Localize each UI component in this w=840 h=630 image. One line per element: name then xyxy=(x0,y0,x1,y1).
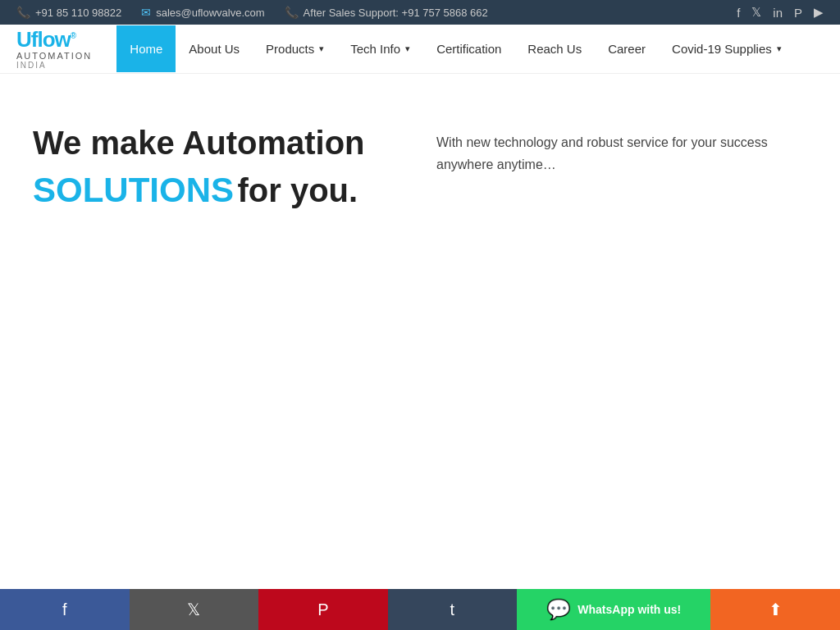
nav-certification[interactable]: Certification xyxy=(423,25,514,72)
phone-number: +91 85 110 98822 xyxy=(35,7,121,19)
covid-dropdown-icon: ▾ xyxy=(777,43,782,54)
phone-icon: 📞 xyxy=(16,6,30,19)
nav-home-label: Home xyxy=(130,42,162,56)
logo-sub1: Automation xyxy=(16,51,92,61)
nav-products-label: Products xyxy=(266,42,314,56)
nav-reach-us[interactable]: Reach Us xyxy=(514,25,595,72)
top-bar-contacts: 📞 +91 85 110 98822 ✉ sales@uflowvalve.co… xyxy=(16,6,488,19)
support-text: After Sales Support: +91 757 5868 662 xyxy=(304,7,488,19)
logo-trademark: ® xyxy=(71,31,75,40)
hero-title: We make Automation xyxy=(33,123,404,162)
hero-line1: We make Automation xyxy=(33,125,365,161)
nav-tech-label: Tech Info xyxy=(350,42,400,56)
hero-for-text: for you. xyxy=(237,172,358,208)
email-item: ✉ sales@uflowvalve.com xyxy=(141,6,264,19)
nav-home[interactable]: Home xyxy=(116,25,176,72)
support-item: 📞 After Sales Support: +91 757 5868 662 xyxy=(285,6,488,19)
products-dropdown-icon: ▾ xyxy=(319,43,324,54)
nav-tech-info[interactable]: Tech Info ▾ xyxy=(337,25,423,72)
nav-cert-label: Certification xyxy=(436,42,501,56)
email-icon: ✉ xyxy=(141,6,151,19)
nav-reach-label: Reach Us xyxy=(527,42,582,56)
logo-brand: Uflow® xyxy=(16,28,92,52)
social-icons: f 𝕏 in P ▶ xyxy=(737,5,824,20)
hero-description: With new technology and robust service f… xyxy=(436,131,781,176)
nav-career[interactable]: Career xyxy=(595,25,659,72)
top-bar: 📞 +91 85 110 98822 ✉ sales@uflowvalve.co… xyxy=(0,0,840,25)
hero-section: We make Automation SOLUTIONS for you. Wi… xyxy=(0,74,840,243)
header: Uflow® Automation INDIA Home About Us Pr… xyxy=(0,25,840,74)
support-icon: 📞 xyxy=(285,6,299,19)
email-address: sales@uflowvalve.com xyxy=(156,7,264,19)
social-youtube-icon[interactable]: ▶ xyxy=(814,5,824,20)
nav-about-label: About Us xyxy=(189,42,240,56)
nav-covid-label: Covid-19 Supplies xyxy=(672,42,772,56)
nav-products[interactable]: Products ▾ xyxy=(253,25,337,72)
logo[interactable]: Uflow® Automation INDIA xyxy=(16,28,92,71)
social-twitter-icon[interactable]: 𝕏 xyxy=(751,5,761,20)
tech-dropdown-icon: ▾ xyxy=(405,43,410,54)
phone-item: 📞 +91 85 110 98822 xyxy=(16,6,121,19)
hero-solutions: SOLUTIONS xyxy=(33,171,234,209)
hero-tagline: SOLUTIONS for you. xyxy=(33,171,404,210)
social-pinterest-icon[interactable]: P xyxy=(794,6,802,20)
hero-right: With new technology and robust service f… xyxy=(436,123,807,210)
social-facebook-icon[interactable]: f xyxy=(737,6,740,20)
logo-sub2: INDIA xyxy=(16,61,92,70)
hero-left: We make Automation SOLUTIONS for you. xyxy=(33,123,404,210)
nav-covid[interactable]: Covid-19 Supplies ▾ xyxy=(659,25,795,72)
navbar: Home About Us Products ▾ Tech Info ▾ Cer… xyxy=(116,25,824,72)
nav-career-label: Career xyxy=(608,42,646,56)
nav-about[interactable]: About Us xyxy=(176,25,253,72)
social-linkedin-icon[interactable]: in xyxy=(773,6,783,20)
